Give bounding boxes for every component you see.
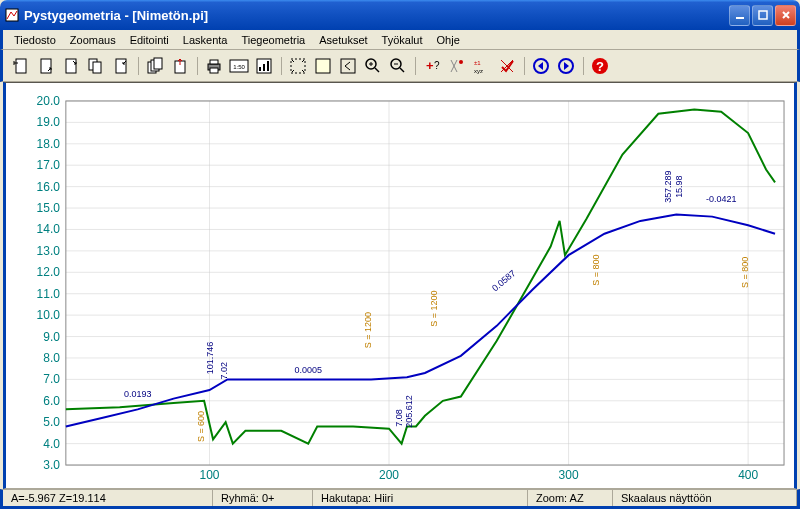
status-group: Ryhmä: 0+ [213,490,313,506]
svg-text:12.0: 12.0 [37,265,61,279]
svg-text:S = 800: S = 800 [591,255,601,286]
svg-text:9.0: 9.0 [43,330,60,344]
svg-text:S = 1200: S = 1200 [430,291,440,327]
menu-laskenta[interactable]: Laskenta [176,32,235,48]
minimize-button[interactable] [729,5,750,26]
svg-text:-0.0421: -0.0421 [706,194,736,204]
svg-rect-3 [16,59,26,73]
svg-text:16.0: 16.0 [37,180,61,194]
tool-open-icon[interactable] [34,54,58,78]
svg-text:6.0: 6.0 [43,394,60,408]
svg-text:15.0: 15.0 [37,201,61,215]
chart-area[interactable]: 1002003004003.04.05.06.07.08.09.010.011.… [3,82,797,489]
svg-rect-2 [759,11,767,19]
tool-xy-icon[interactable] [445,54,469,78]
menu-ohje[interactable]: Ohje [430,32,467,48]
svg-text:13.0: 13.0 [37,244,61,258]
status-search: Hakutapa: Hiiri [313,490,528,506]
svg-text:101.746: 101.746 [205,342,215,374]
svg-point-29 [459,60,463,64]
svg-text:5.0: 5.0 [43,415,60,429]
svg-text:17.0: 17.0 [37,158,61,172]
svg-text:8.0: 8.0 [43,351,60,365]
menu-tyokalut[interactable]: Työkalut [375,32,430,48]
app-icon [4,7,20,23]
tool-export-icon[interactable] [168,54,192,78]
tool-zoomin-icon[interactable] [361,54,385,78]
svg-text:10.0: 10.0 [37,308,61,322]
svg-rect-5 [66,59,76,73]
svg-text:+: + [426,58,434,73]
toolbar-separator [520,54,528,78]
chart-svg: 1002003004003.04.05.06.07.08.09.010.011.… [6,83,794,488]
toolbar-separator [411,54,419,78]
menu-asetukset[interactable]: Asetukset [312,32,374,48]
svg-text:11.0: 11.0 [37,287,61,301]
tool-check-icon[interactable] [495,54,519,78]
svg-rect-0 [6,9,18,21]
tool-stepfwd-icon[interactable] [554,54,578,78]
svg-text:S = 600: S = 600 [196,411,206,442]
tool-multidoc-icon[interactable] [143,54,167,78]
tool-scale-icon[interactable]: 1:50 [227,54,251,78]
maximize-button[interactable] [752,5,773,26]
close-button[interactable] [775,5,796,26]
svg-text:18.0: 18.0 [37,137,61,151]
svg-text:14.0: 14.0 [37,222,61,236]
status-scale: Skaalaus näyttöön [613,490,797,506]
svg-text:7.08: 7.08 [394,409,404,426]
tool-print-icon[interactable] [202,54,226,78]
svg-rect-4 [41,59,51,73]
svg-rect-21 [267,61,269,71]
menubar: Tiedosto Zoomaus Editointi Laskenta Tieg… [0,30,800,50]
toolbar-separator [277,54,285,78]
tool-addpoint-icon[interactable]: +? [420,54,444,78]
svg-rect-23 [316,59,330,73]
tool-copy-icon[interactable] [84,54,108,78]
svg-text:400: 400 [738,468,758,482]
menu-zoomaus[interactable]: Zoomaus [63,32,123,48]
statusbar: A=-5.967 Z=19.114 Ryhmä: 0+ Hakutapa: Hi… [0,489,800,509]
tool-moon-icon[interactable] [311,54,335,78]
svg-text:±1: ±1 [474,60,481,66]
svg-text:?: ? [434,60,440,71]
svg-text:205.612: 205.612 [404,395,414,427]
menu-tiegeometria[interactable]: Tiegeometria [234,32,312,48]
tool-plot-icon[interactable] [252,54,276,78]
tool-help-icon[interactable]: ? [588,54,612,78]
svg-text:1:50: 1:50 [233,64,245,70]
svg-text:?: ? [596,59,604,74]
menu-tiedosto[interactable]: Tiedosto [7,32,63,48]
svg-text:100: 100 [200,468,220,482]
svg-text:S = 1200: S = 1200 [363,312,373,348]
tool-save-icon[interactable] [59,54,83,78]
toolbar-separator [193,54,201,78]
tool-doc-icon[interactable] [109,54,133,78]
svg-rect-20 [263,64,265,71]
tool-xyz-icon[interactable]: ±1xyz [470,54,494,78]
svg-text:357.289: 357.289 [663,170,673,202]
tool-zoomout-icon[interactable] [386,54,410,78]
svg-text:0.0587: 0.0587 [490,268,517,293]
tool-fit-icon[interactable] [286,54,310,78]
toolbar: 1:50 +? ±1xyz ? [0,50,800,82]
svg-rect-19 [259,67,261,71]
svg-text:20.0: 20.0 [37,94,61,108]
titlebar[interactable]: Pystygeometria - [Nimetön.pi] [0,0,800,30]
svg-text:15.98: 15.98 [674,175,684,197]
tool-stepback-icon[interactable] [529,54,553,78]
svg-rect-58 [66,101,784,465]
menu-editointi[interactable]: Editointi [123,32,176,48]
svg-rect-14 [210,60,218,64]
svg-text:7.02: 7.02 [219,362,229,379]
svg-text:3.0: 3.0 [43,458,60,472]
tool-prev-icon[interactable] [336,54,360,78]
svg-text:200: 200 [379,468,399,482]
tool-new-icon[interactable] [9,54,33,78]
svg-rect-24 [341,59,355,73]
status-zoom: Zoom: AZ [528,490,613,506]
status-coords: A=-5.967 Z=19.114 [3,490,213,506]
svg-rect-8 [116,59,126,73]
svg-text:S = 800: S = 800 [740,257,750,288]
svg-rect-11 [154,58,162,69]
